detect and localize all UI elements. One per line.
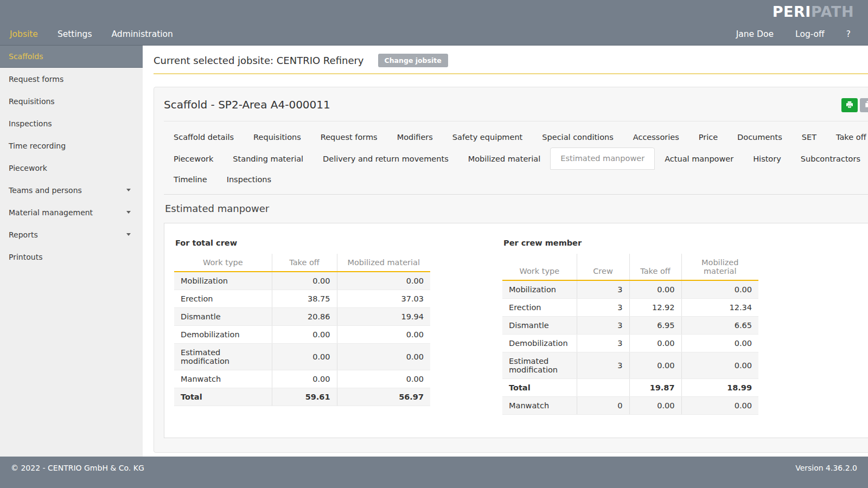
sidebar-item-printouts[interactable]: Printouts [0, 246, 143, 268]
tab-estimated-manpower[interactable]: Estimated manpower [550, 147, 655, 170]
sidebar-item-label: Printouts [9, 253, 42, 261]
cell-work-type: Total [502, 379, 577, 397]
cell-mobilized: 56.97 [337, 388, 430, 406]
table-row: Manwatch 0.00 0.00 [174, 370, 430, 388]
tab-row-1: Scaffold details Requisitions Request fo… [164, 127, 868, 147]
table-row: Dismantle 3 6.95 6.65 [502, 317, 758, 335]
sidebar-item-piecework[interactable]: Piecework [0, 157, 143, 179]
cell-work-type: Dismantle [174, 308, 272, 326]
tab-documents[interactable]: Documents [727, 127, 792, 147]
user-name[interactable]: Jane Doe [725, 24, 784, 44]
tab-subcontractors[interactable]: Subcontractors [791, 149, 868, 169]
cell-take-off: 20.86 [272, 308, 337, 326]
table-total-row: Total 59.61 56.97 [174, 388, 430, 406]
tab-take-off[interactable]: Take off [826, 127, 868, 147]
table-row: Estimated modification 0.00 0.00 [174, 344, 430, 370]
table-header-row: Work type Take off Mobilized material [174, 254, 430, 272]
sidebar-item-label: Time recording [9, 142, 66, 150]
logo-peri: PERI [773, 3, 811, 20]
copy-icon [864, 100, 868, 110]
sidebar-item-requisitions[interactable]: Requisitions [0, 90, 143, 112]
total-crew-title: For total crew [174, 239, 430, 247]
tab-accessories[interactable]: Accessories [623, 127, 689, 147]
copyright-text: © 2022 - CENTRIO GmbH & Co. KG [11, 464, 144, 488]
sidebar-item-label: Requisitions [9, 97, 55, 106]
cell-crew: 0 [577, 397, 629, 415]
cell-take-off: 0.00 [629, 397, 681, 415]
cell-crew [577, 379, 629, 397]
nav-item-settings[interactable]: Settings [48, 24, 102, 44]
app-logo: PERIPATH [773, 3, 854, 20]
cell-work-type: Manwatch [174, 370, 272, 388]
sidebar-item-label: Inspections [9, 119, 52, 128]
tab-actual-manpower[interactable]: Actual manpower [655, 149, 743, 169]
tab-timeline[interactable]: Timeline [164, 169, 217, 190]
per-crew-table: Work type Crew Take off Mobilized materi… [502, 254, 758, 415]
nav-right: Jane Doe Log-off ? [725, 24, 861, 44]
tabs-divider [164, 194, 868, 195]
sidebar-item-inspections[interactable]: Inspections [0, 112, 143, 134]
sidebar-item-label: Material management [9, 208, 93, 217]
sidebar-item-time-recording[interactable]: Time recording [0, 134, 143, 157]
sidebar-item-material-management[interactable]: Material management [0, 201, 143, 223]
cell-work-type: Estimated modification [174, 344, 272, 370]
sidebar-item-teams-and-persons[interactable]: Teams and persons [0, 179, 143, 201]
tab-set[interactable]: SET [792, 127, 826, 147]
jobsite-divider [154, 73, 868, 74]
cell-crew: 3 [577, 335, 629, 352]
cell-take-off: 0.00 [629, 352, 681, 379]
cell-take-off: 6.95 [629, 317, 681, 335]
table-row: Manwatch 0 0.00 0.00 [502, 397, 758, 415]
tab-piecework[interactable]: Piecework [164, 149, 223, 169]
sidebar-item-label: Request forms [9, 75, 63, 84]
col-crew: Crew [577, 254, 629, 280]
cell-crew: 3 [577, 352, 629, 379]
scaffold-tabs: Scaffold details Requisitions Request fo… [164, 127, 868, 190]
help-icon[interactable]: ? [835, 24, 861, 44]
tab-scaffold-details[interactable]: Scaffold details [164, 127, 244, 147]
table-row: Estimated modification 3 0.00 0.00 [502, 352, 758, 379]
table-row: Dismantle 20.86 19.94 [174, 308, 430, 326]
tab-mobilized-material[interactable]: Mobilized material [458, 149, 551, 169]
sidebar-item-scaffolds[interactable]: Scaffolds [0, 46, 143, 68]
main-nav: Jobsite Settings Administration Jane Doe… [0, 23, 868, 46]
footer: © 2022 - CENTRIO GmbH & Co. KG Version 4… [0, 457, 868, 488]
tab-modifiers[interactable]: Modifiers [387, 127, 443, 147]
scaffold-card-header: Scaffold - SP2-Area A4-000011 [164, 98, 868, 121]
per-crew-table-group: Per crew member Work type Crew Take off … [502, 239, 758, 415]
cell-work-type: Demobilization [502, 335, 577, 352]
cell-work-type: Erection [502, 299, 577, 317]
tab-history[interactable]: History [743, 149, 791, 169]
copy-button[interactable] [860, 98, 868, 112]
tab-standing-material[interactable]: Standing material [223, 149, 313, 169]
chevron-down-icon [126, 211, 131, 214]
table-header-row: Work type Crew Take off Mobilized materi… [502, 254, 758, 280]
tab-request-forms[interactable]: Request forms [311, 127, 387, 147]
nav-item-administration[interactable]: Administration [101, 24, 182, 44]
tab-safety-equipment[interactable]: Safety equipment [443, 127, 532, 147]
tab-price[interactable]: Price [689, 127, 727, 147]
print-button[interactable] [841, 98, 858, 112]
sidebar-item-request-forms[interactable]: Request forms [0, 68, 143, 90]
table-row: Erection 3 12.92 12.34 [502, 299, 758, 317]
tab-requisitions[interactable]: Requisitions [244, 127, 311, 147]
nav-item-jobsite[interactable]: Jobsite [0, 24, 48, 44]
tab-row-3: Timeline Inspections [164, 169, 868, 190]
tab-inspections[interactable]: Inspections [217, 169, 281, 190]
sidebar-item-reports[interactable]: Reports [0, 223, 143, 246]
cell-take-off: 19.87 [629, 379, 681, 397]
change-jobsite-button[interactable]: Change jobsite [378, 54, 448, 67]
nav-left: Jobsite Settings Administration [0, 24, 183, 44]
tab-delivery-return-movements[interactable]: Delivery and return movements [313, 149, 458, 169]
cell-crew: 3 [577, 299, 629, 317]
table-row: Demobilization 3 0.00 0.00 [502, 335, 758, 352]
current-jobsite-label: Current selected jobsite: CENTRIO Refine… [154, 55, 364, 66]
main-content: Current selected jobsite: CENTRIO Refine… [143, 46, 868, 457]
table-row: Mobilization 0.00 0.00 [174, 272, 430, 290]
logoff-button[interactable]: Log-off [784, 24, 835, 44]
scaffold-title: Scaffold - SP2-Area A4-000011 [164, 98, 330, 111]
cell-mobilized: 0.00 [681, 335, 758, 352]
total-crew-table-group: For total crew Work type Take off Mobili… [174, 239, 430, 415]
cell-mobilized: 0.00 [337, 344, 430, 370]
tab-special-conditions[interactable]: Special conditions [532, 127, 623, 147]
